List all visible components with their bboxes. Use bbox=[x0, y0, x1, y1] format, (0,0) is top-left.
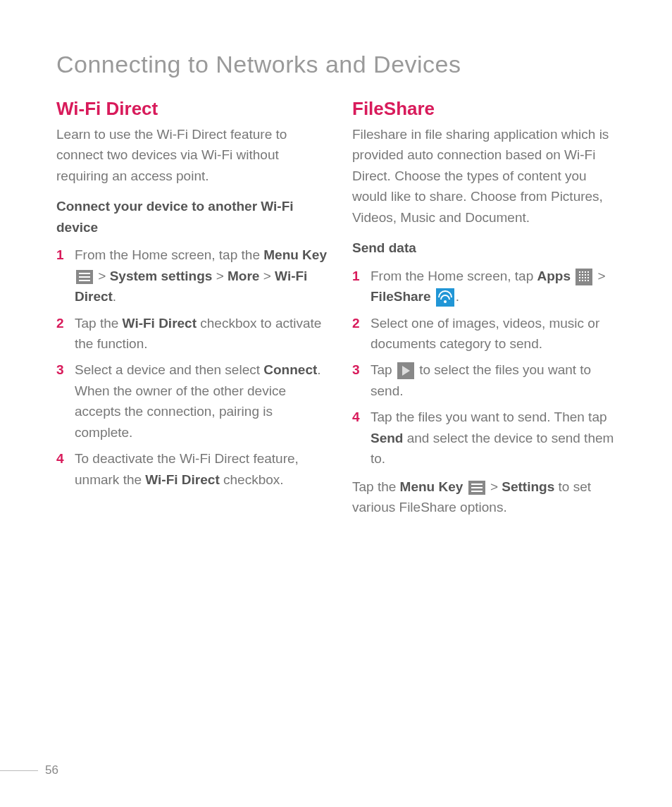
fileshare-steps: From the Home screen, tap Apps > FileSha… bbox=[352, 266, 623, 469]
list-item: Tap the Wi-Fi Direct checkbox to activat… bbox=[56, 313, 327, 355]
step-text: Select a device and then select bbox=[75, 362, 263, 377]
fileshare-intro: Fileshare in file sharing application wh… bbox=[352, 124, 623, 228]
list-item: Tap the files you want to send. Then tap… bbox=[352, 407, 623, 469]
wifi-direct-intro: Learn to use the Wi-Fi Direct feature to… bbox=[56, 124, 327, 186]
page-footer: 56 bbox=[0, 763, 58, 777]
step-text: Tap the files you want to send. Then tap bbox=[371, 409, 607, 424]
step-text: and select the device to send them to. bbox=[371, 431, 614, 466]
tail-text: > bbox=[487, 479, 502, 494]
menu-key-icon bbox=[468, 481, 485, 495]
step-text: Select one of images, videos, music or d… bbox=[371, 316, 599, 351]
bold-text: More bbox=[228, 269, 259, 283]
left-column: Wi-Fi Direct Learn to use the Wi-Fi Dire… bbox=[56, 98, 327, 517]
svg-point-0 bbox=[444, 300, 447, 303]
step-text: > bbox=[212, 269, 228, 283]
wifi-direct-subhead: Connect your device to another Wi-Fi dev… bbox=[56, 196, 327, 238]
bold-text: Wi-Fi Direct bbox=[145, 472, 219, 487]
bold-text: Menu Key bbox=[263, 247, 327, 262]
menu-key-icon bbox=[76, 270, 93, 284]
bold-text: Wi-Fi Direct bbox=[123, 316, 197, 331]
step-text: checkbox. bbox=[220, 472, 284, 487]
list-item: From the Home screen, tap Apps > FileSha… bbox=[352, 266, 623, 307]
wifi-direct-steps: From the Home screen, tap the Menu Key >… bbox=[56, 245, 327, 490]
list-item: From the Home screen, tap the Menu Key >… bbox=[56, 245, 327, 307]
footer-rule bbox=[0, 770, 38, 771]
step-text: > bbox=[594, 269, 605, 283]
bold-text: Connect bbox=[263, 362, 317, 377]
step-text: . bbox=[456, 289, 459, 304]
tail-text: Tap the bbox=[352, 479, 400, 494]
list-item: To deactivate the Wi-Fi Direct feature, … bbox=[56, 448, 327, 490]
list-item: Tap to select the files you want to send… bbox=[352, 359, 623, 401]
step-text: Tap bbox=[371, 362, 396, 377]
step-text: > bbox=[94, 269, 110, 283]
wifi-direct-heading: Wi-Fi Direct bbox=[56, 98, 327, 120]
bold-text: Menu Key bbox=[400, 479, 467, 494]
send-arrow-icon bbox=[397, 362, 414, 379]
page-title: Connecting to Networks and Devices bbox=[56, 51, 623, 78]
right-column: FileShare Fileshare in file sharing appl… bbox=[352, 98, 623, 517]
content-columns: Wi-Fi Direct Learn to use the Wi-Fi Dire… bbox=[56, 98, 623, 517]
bold-text: Settings bbox=[502, 479, 554, 494]
fileshare-tail: Tap the Menu Key > Settings to set vario… bbox=[352, 476, 623, 518]
wifi-share-icon bbox=[436, 288, 454, 307]
step-text: > bbox=[259, 269, 275, 283]
step-text: . bbox=[113, 289, 116, 304]
fileshare-heading: FileShare bbox=[352, 98, 623, 120]
bold-text: System settings bbox=[110, 269, 213, 283]
step-text: From the Home screen, tap bbox=[371, 269, 537, 283]
list-item: Select one of images, videos, music or d… bbox=[352, 313, 623, 355]
step-text: Tap the bbox=[75, 316, 123, 331]
bold-text: Apps bbox=[537, 269, 571, 283]
bold-text: FileShare bbox=[371, 289, 431, 304]
fileshare-subhead: Send data bbox=[352, 238, 623, 258]
page-number: 56 bbox=[45, 763, 58, 777]
bold-text: Send bbox=[371, 431, 403, 445]
apps-icon bbox=[575, 269, 592, 285]
step-text: From the Home screen, tap the bbox=[75, 247, 263, 262]
list-item: Select a device and then select Connect.… bbox=[56, 359, 327, 443]
